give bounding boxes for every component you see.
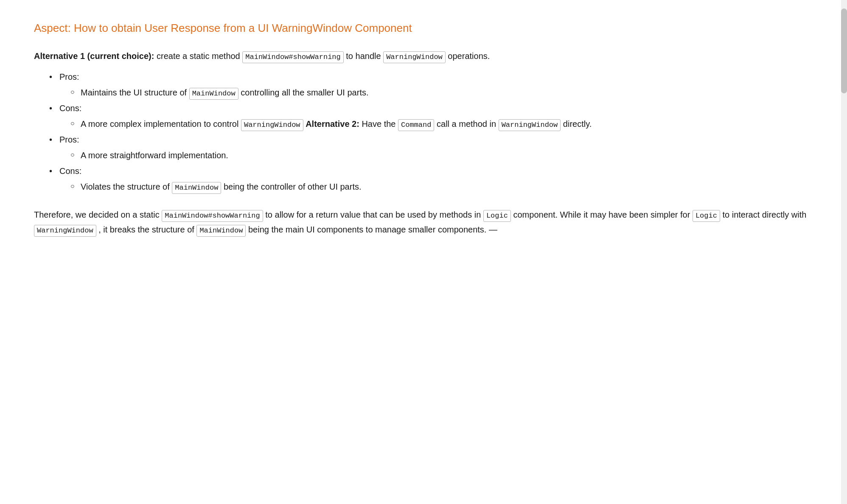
- scrollbar[interactable]: [841, 0, 847, 504]
- cons1-label: Cons:: [59, 104, 81, 113]
- pros2-item: Pros: A more straightforward implementat…: [51, 133, 822, 162]
- pros1-sublist: Maintains the UI structure of MainWindow…: [72, 86, 822, 100]
- conclusion-code2: Logic: [483, 210, 511, 222]
- conclusion-text5: , it breaks the structure of: [96, 225, 197, 234]
- conclusion-paragraph: Therefore, we decided on a static MainWi…: [34, 207, 822, 237]
- cons1-code3: WarningWindow: [499, 119, 561, 131]
- conclusion-code5: MainWindow: [196, 225, 246, 237]
- alt2-label: Alternative 2:: [306, 119, 359, 129]
- alt1-text1: create a static method: [154, 51, 242, 61]
- cons2-sub1-text2: being the controller of other UI parts.: [221, 182, 361, 191]
- pros1-sub1: Maintains the UI structure of MainWindow…: [72, 86, 822, 100]
- alt1-text2: to handle: [344, 51, 383, 61]
- conclusion-code4: WarningWindow: [34, 225, 96, 237]
- alternative1-paragraph: Alternative 1 (current choice): create a…: [34, 49, 822, 63]
- conclusion-text1: Therefore, we decided on a static: [34, 210, 162, 219]
- cons1-item: Cons: A more complex implementation to c…: [51, 101, 822, 131]
- conclusion-text4: to interact directly with: [720, 210, 806, 219]
- conclusion-code3: Logic: [693, 210, 720, 222]
- cons1-sub1-text1: A more complex implementation to control: [81, 119, 241, 129]
- pros2-label: Pros:: [59, 135, 79, 144]
- pros2-sub1: A more straightforward implementation.: [72, 148, 822, 162]
- pros1-sub1-text2: controlling all the smaller UI parts.: [238, 88, 369, 97]
- page-title: Aspect: How to obtain User Response from…: [34, 20, 822, 36]
- cons2-item: Cons: Violates the structure of MainWind…: [51, 164, 822, 194]
- cons1-sub1-text3: Have the: [359, 119, 398, 129]
- conclusion-text2: to allow for a return value that can be …: [263, 210, 483, 219]
- main-list: Pros: Maintains the UI structure of Main…: [51, 70, 822, 194]
- pros2-sub1-text: A more straightforward implementation.: [81, 151, 228, 160]
- cons1-sublist: A more complex implementation to control…: [72, 117, 822, 131]
- pros1-code: MainWindow: [189, 88, 238, 100]
- cons2-label: Cons:: [59, 166, 81, 176]
- conclusion-text6: being the main UI components to manage s…: [246, 225, 497, 234]
- cons1-code2: Command: [398, 119, 434, 131]
- pros1-label: Pros:: [59, 72, 79, 81]
- cons2-code: MainWindow: [172, 182, 221, 194]
- alt1-text3: operations.: [446, 51, 490, 61]
- cons1-sub1-text5: directly.: [561, 119, 592, 129]
- pros2-sublist: A more straightforward implementation.: [72, 148, 822, 162]
- cons1-sub1: A more complex implementation to control…: [72, 117, 822, 131]
- conclusion-text3: component. While it may have been simple…: [511, 210, 693, 219]
- cons2-sub1: Violates the structure of MainWindow bei…: [72, 180, 822, 194]
- pros1-sub1-text1: Maintains the UI structure of: [81, 88, 189, 97]
- alt1-code2: WarningWindow: [383, 51, 446, 63]
- cons2-sub1-text1: Violates the structure of: [81, 182, 172, 191]
- cons1-code1: WarningWindow: [241, 119, 303, 131]
- cons1-sub1-text4: call a method in: [434, 119, 498, 129]
- pros1-item: Pros: Maintains the UI structure of Main…: [51, 70, 822, 100]
- alt1-code1: MainWindow#showWarning: [242, 51, 343, 63]
- conclusion-code1: MainWindow#showWarning: [162, 210, 263, 222]
- alt1-label: Alternative 1 (current choice):: [34, 51, 154, 61]
- cons2-sublist: Violates the structure of MainWindow bei…: [72, 180, 822, 194]
- scrollbar-thumb[interactable]: [841, 8, 847, 93]
